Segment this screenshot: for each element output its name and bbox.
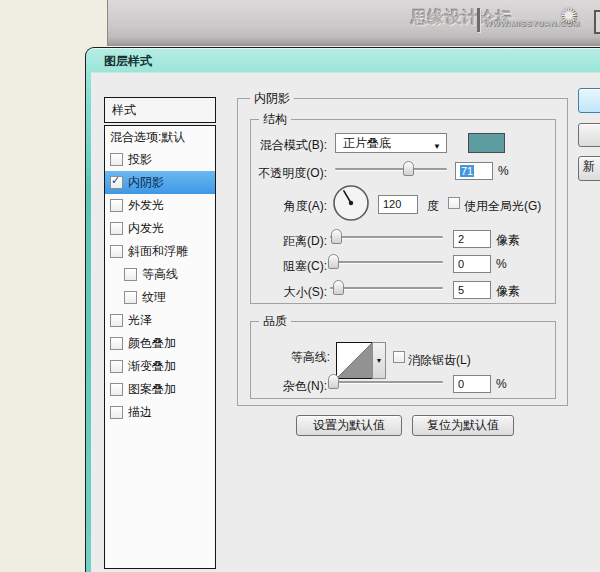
texture-checkbox[interactable] xyxy=(124,291,137,304)
global-light-checkbox[interactable] xyxy=(448,197,460,209)
opacity-field[interactable]: 71 xyxy=(455,162,493,180)
styles-item-label: 外发光 xyxy=(128,197,164,214)
size-unit: 像素 xyxy=(496,283,520,300)
satin-checkbox[interactable] xyxy=(110,314,123,327)
styles-item-label: 内阴影 xyxy=(128,174,164,191)
styles-item-label: 纹理 xyxy=(142,289,166,306)
angle-label: 角度(A): xyxy=(239,198,327,215)
noise-field[interactable]: 0 xyxy=(453,375,491,393)
anti-alias-label: 消除锯齿(L) xyxy=(408,352,471,369)
shadow-color-swatch[interactable] xyxy=(468,133,505,153)
styles-item-texture[interactable]: 纹理 xyxy=(105,286,215,309)
outer-glow-checkbox[interactable] xyxy=(110,199,123,212)
sun-icon: ✺ xyxy=(560,4,578,28)
stroke-checkbox[interactable] xyxy=(110,406,123,419)
styles-item-drop-shadow[interactable]: 投影 xyxy=(105,148,215,171)
size-label: 大小(S): xyxy=(239,284,327,301)
styles-item-stroke[interactable]: 描边 xyxy=(105,401,215,424)
bevel-emboss-checkbox[interactable] xyxy=(110,245,123,258)
new-style-button-label: 新 xyxy=(583,159,595,173)
size-slider xyxy=(330,280,443,296)
distance-slider xyxy=(330,229,443,245)
styles-item-contour[interactable]: 等高线 xyxy=(105,263,215,286)
distance-slider-thumb[interactable] xyxy=(331,229,342,244)
choke-slider-track[interactable] xyxy=(330,261,443,263)
styles-item-gradient-overlay[interactable]: 渐变叠加 xyxy=(105,355,215,378)
styles-item-pattern-overlay[interactable]: 图案叠加 xyxy=(105,378,215,401)
reset-default-label: 复位为默认值 xyxy=(427,418,499,432)
styles-item-color-overlay[interactable]: 颜色叠加 xyxy=(105,332,215,355)
styles-item-bevel-emboss[interactable]: 斜面和浮雕 xyxy=(105,240,215,263)
blend-mode-dropdown[interactable]: 正片叠底 ▼ xyxy=(335,133,447,153)
styles-item-label: 等高线 xyxy=(142,266,178,283)
color-overlay-checkbox[interactable] xyxy=(110,337,123,350)
size-field[interactable]: 5 xyxy=(453,281,491,299)
inner-shadow-checkbox[interactable]: ✓ xyxy=(110,176,123,189)
styles-item-label: 渐变叠加 xyxy=(128,358,176,375)
angle-unit: 度 xyxy=(427,198,439,215)
inner-glow-checkbox[interactable] xyxy=(110,222,123,235)
choke-unit: % xyxy=(496,257,507,271)
distance-field[interactable]: 2 xyxy=(453,230,491,248)
inner-shadow-group-title: 内阴影 xyxy=(250,91,294,105)
styles-item-label: 斜面和浮雕 xyxy=(128,243,188,260)
noise-value: 0 xyxy=(458,378,464,390)
dialog-body: 样式 混合选项:默认 投影 ✓ 内阴影 外发光 xyxy=(91,72,600,572)
chevron-down-icon: ▼ xyxy=(376,357,383,364)
set-default-button[interactable]: 设置为默认值 xyxy=(296,415,402,436)
angle-value: 120 xyxy=(383,198,401,210)
angle-field[interactable]: 120 xyxy=(378,195,418,214)
reset-default-button[interactable]: 复位为默认值 xyxy=(412,415,514,436)
distance-slider-track[interactable] xyxy=(330,236,443,238)
choke-field[interactable]: 0 xyxy=(453,255,491,273)
choke-label: 阻塞(C): xyxy=(239,258,327,275)
styles-panel-header-label: 样式 xyxy=(112,103,136,117)
opacity-unit: % xyxy=(498,164,509,178)
layer-style-dialog: 图层样式 样式 混合选项:默认 投影 ✓ 内阴影 xyxy=(85,47,600,572)
angle-dial[interactable] xyxy=(332,184,370,222)
blend-mode-value: 正片叠底 xyxy=(343,136,391,150)
styles-item-blending-options[interactable]: 混合选项:默认 xyxy=(105,126,215,148)
anti-alias-checkbox[interactable] xyxy=(393,351,405,363)
noise-slider-thumb[interactable] xyxy=(328,374,339,389)
set-default-label: 设置为默认值 xyxy=(313,418,385,432)
new-style-button[interactable]: 新 xyxy=(578,156,600,181)
opacity-label: 不透明度(O): xyxy=(239,165,327,182)
styles-item-label: 投影 xyxy=(128,151,152,168)
styles-item-satin[interactable]: 光泽 xyxy=(105,309,215,332)
styles-item-inner-shadow[interactable]: ✓ 内阴影 xyxy=(105,171,215,194)
distance-unit: 像素 xyxy=(496,232,520,249)
choke-slider xyxy=(330,254,443,270)
size-slider-thumb[interactable] xyxy=(333,280,344,295)
styles-item-label: 描边 xyxy=(128,404,152,421)
styles-item-label: 光泽 xyxy=(128,312,152,329)
contour-checkbox[interactable] xyxy=(124,268,137,281)
opacity-slider xyxy=(335,161,447,177)
drop-shadow-checkbox[interactable] xyxy=(110,153,123,166)
choke-value: 0 xyxy=(458,258,464,270)
screenshot-root: 思缘设计论坛 WWW.MISSYUAN.COM ✺ 图层样式 样式 混合选项:默… xyxy=(0,0,600,572)
opacity-slider-thumb[interactable] xyxy=(403,161,414,176)
noise-slider-track[interactable] xyxy=(330,381,443,383)
global-light-label: 使用全局光(G) xyxy=(464,198,541,215)
gradient-overlay-checkbox[interactable] xyxy=(110,360,123,373)
noise-unit: % xyxy=(496,377,507,391)
choke-slider-thumb[interactable] xyxy=(328,254,339,269)
styles-list: 混合选项:默认 投影 ✓ 内阴影 外发光 内发光 xyxy=(104,125,216,569)
styles-item-inner-glow[interactable]: 内发光 xyxy=(105,217,215,240)
cancel-button[interactable] xyxy=(578,123,600,147)
styles-item-label: 颜色叠加 xyxy=(128,335,176,352)
styles-panel-header: 样式 xyxy=(104,97,216,123)
cropped-window-glyph xyxy=(594,10,600,34)
dialog-title: 图层样式 xyxy=(104,53,152,70)
ok-button[interactable] xyxy=(578,88,600,113)
styles-item-outer-glow[interactable]: 外发光 xyxy=(105,194,215,217)
noise-slider xyxy=(330,374,443,390)
blend-mode-label: 混合模式(B): xyxy=(239,137,327,154)
pattern-overlay-checkbox[interactable] xyxy=(110,383,123,396)
chevron-down-icon: ▼ xyxy=(433,138,441,156)
background-window-strip: 思缘设计论坛 WWW.MISSYUAN.COM ✺ xyxy=(107,0,600,46)
distance-label: 距离(D): xyxy=(239,233,327,250)
size-slider-track[interactable] xyxy=(330,287,443,289)
opacity-slider-track[interactable] xyxy=(335,168,447,170)
